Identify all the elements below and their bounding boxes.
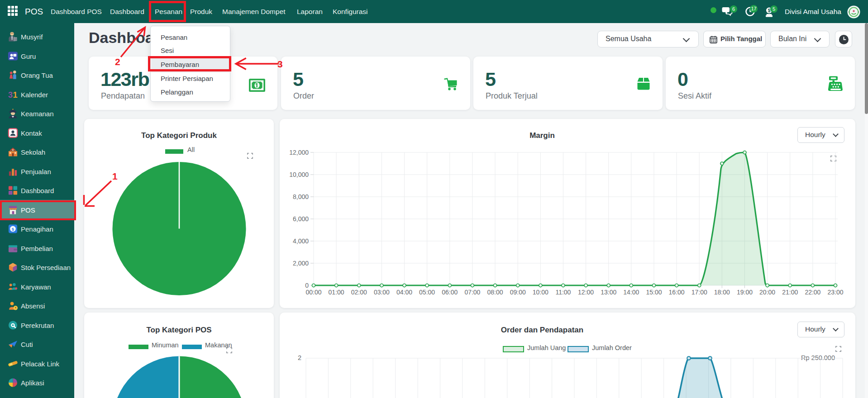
svg-text:22:00: 22:00 [805, 289, 820, 296]
svg-text:10,000: 10,000 [289, 171, 309, 178]
svg-text:18:00: 18:00 [714, 289, 730, 296]
svg-text:12,000: 12,000 [289, 149, 309, 156]
svg-text:13:00: 13:00 [601, 289, 616, 296]
svg-text:08:00: 08:00 [487, 289, 503, 296]
svg-text:06:00: 06:00 [442, 289, 458, 296]
svg-text:03:00: 03:00 [374, 289, 390, 296]
svg-text:8,000: 8,000 [293, 193, 309, 200]
svg-text:04:00: 04:00 [396, 289, 412, 296]
svg-text:07:00: 07:00 [464, 289, 480, 296]
svg-text:09:00: 09:00 [510, 289, 526, 296]
svg-text:20:00: 20:00 [759, 289, 775, 296]
svg-text:15:00: 15:00 [646, 289, 662, 296]
svg-text:$: $ [12, 227, 14, 232]
svg-text:3: 3 [8, 90, 13, 99]
svg-text:12:00: 12:00 [578, 289, 594, 296]
svg-text:23:00: 23:00 [827, 289, 843, 296]
svg-text:02:00: 02:00 [351, 289, 367, 296]
svg-text:4,000: 4,000 [293, 237, 309, 245]
svg-text:17:00: 17:00 [692, 289, 707, 296]
svg-text:21:00: 21:00 [782, 289, 798, 296]
svg-text:05:00: 05:00 [419, 289, 435, 296]
svg-text:16:00: 16:00 [669, 289, 685, 296]
svg-text:10:00: 10:00 [533, 289, 548, 296]
svg-text:01:00: 01:00 [329, 289, 344, 296]
svg-text:14:00: 14:00 [623, 289, 639, 296]
svg-text:11:00: 11:00 [555, 289, 571, 296]
svg-text:1: 1 [13, 90, 18, 99]
svg-text:19:00: 19:00 [737, 289, 753, 296]
svg-text:2,000: 2,000 [293, 260, 309, 267]
svg-text:0: 0 [305, 282, 309, 289]
svg-text:00:00: 00:00 [305, 289, 321, 296]
svg-text:6,000: 6,000 [293, 215, 309, 223]
